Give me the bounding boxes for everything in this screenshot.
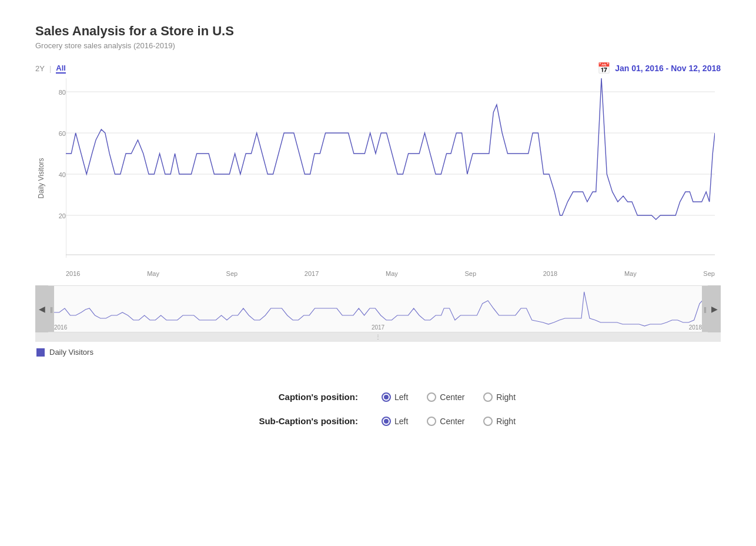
caption-center-radio[interactable] bbox=[427, 392, 436, 402]
subcaption-position-row: Sub-Caption's position: Left Center Righ… bbox=[240, 416, 516, 426]
mini-x-labels: 2016 2017 2018 bbox=[54, 324, 702, 331]
legend-label: Daily Visitors bbox=[49, 348, 93, 357]
caption-right-radio[interactable] bbox=[483, 392, 493, 402]
chart-header: 2Y | All 📅 Jan 01, 2016 - Nov 12, 2018 bbox=[35, 62, 721, 75]
mini-nav-container: ◀ ‖ ‖ 2016 2017 2018 bbox=[35, 285, 721, 332]
x-label-may1: May bbox=[147, 270, 159, 277]
caption-left-label: Left bbox=[394, 392, 408, 402]
caption-left-radio[interactable] bbox=[382, 392, 391, 402]
x-label-2016: 2016 bbox=[66, 270, 80, 277]
subcaption-center-option[interactable]: Center bbox=[427, 417, 464, 426]
controls-section: Caption's position: Left Center Right Su… bbox=[35, 392, 721, 426]
main-chart-wrapper: Daily Visitors 80 60 40 20 bbox=[35, 78, 721, 277]
x-label-sep3: Sep bbox=[703, 270, 715, 277]
main-chart-svg-container: 2016 May Sep 2017 May Sep 2018 May Sep bbox=[66, 78, 715, 277]
subcaption-left-label: Left bbox=[394, 417, 408, 426]
page-container: Sales Analysis for a Store in U.S Grocer… bbox=[0, 0, 756, 546]
date-range-display[interactable]: 📅 Jan 01, 2016 - Nov 12, 2018 bbox=[597, 62, 721, 75]
legend-color-box bbox=[36, 348, 45, 357]
x-label-2017: 2017 bbox=[305, 270, 319, 277]
subcaption-position-label: Sub-Caption's position: bbox=[240, 416, 358, 426]
subcaption-right-option[interactable]: Right bbox=[483, 417, 516, 426]
subcaption-left-radio[interactable] bbox=[382, 417, 391, 426]
scroll-center-handle[interactable]: ⋮ bbox=[375, 334, 381, 340]
subcaption-left-option[interactable]: Left bbox=[382, 417, 408, 426]
caption-center-label: Center bbox=[440, 392, 464, 402]
y-tick-40: 40 bbox=[59, 171, 66, 178]
y-tick-20: 20 bbox=[59, 212, 66, 219]
main-chart-svg bbox=[66, 78, 715, 267]
mini-left-handle[interactable]: ‖ bbox=[48, 286, 54, 332]
mini-x-2018: 2018 bbox=[689, 324, 702, 331]
x-label-2018: 2018 bbox=[543, 270, 557, 277]
x-label-sep2: Sep bbox=[464, 270, 476, 277]
caption-position-row: Caption's position: Left Center Right bbox=[240, 392, 516, 402]
mini-chart-section: ◀ ‖ ‖ 2016 2017 2018 bbox=[35, 285, 721, 342]
y-axis-label: Daily Visitors bbox=[37, 158, 45, 198]
chart-title: Sales Analysis for a Store in U.S bbox=[35, 24, 721, 39]
range-2y[interactable]: 2Y bbox=[35, 64, 45, 73]
x-label-sep1: Sep bbox=[226, 270, 238, 277]
y-tick-60: 60 bbox=[59, 130, 66, 137]
subcaption-center-label: Center bbox=[440, 417, 464, 426]
mini-right-arrow[interactable]: ▶ bbox=[708, 285, 721, 332]
y-tick-80: 80 bbox=[59, 89, 66, 96]
caption-right-label: Right bbox=[496, 392, 516, 402]
range-all[interactable]: All bbox=[56, 64, 66, 74]
mini-right-handle[interactable]: ‖ bbox=[702, 286, 708, 332]
range-selector: 2Y | All bbox=[35, 64, 66, 74]
legend: Daily Visitors bbox=[36, 348, 721, 357]
mini-chart-body: ‖ ‖ 2016 2017 2018 bbox=[48, 285, 708, 332]
x-label-may3: May bbox=[624, 270, 637, 277]
scrollbar-track[interactable]: ⋮ bbox=[35, 332, 721, 342]
caption-position-radio-group: Left Center Right bbox=[382, 392, 516, 402]
y-ticks-container: 80 60 40 20 bbox=[48, 78, 66, 267]
caption-position-label: Caption's position: bbox=[240, 392, 358, 402]
subcaption-right-radio[interactable] bbox=[483, 417, 493, 426]
mini-x-2017: 2017 bbox=[372, 324, 384, 331]
y-axis-label-container: Daily Visitors bbox=[35, 78, 47, 278]
caption-center-option[interactable]: Center bbox=[427, 392, 464, 402]
x-labels-main: 2016 May Sep 2017 May Sep 2018 May Sep bbox=[66, 270, 715, 277]
subcaption-center-radio[interactable] bbox=[427, 417, 436, 426]
caption-right-option[interactable]: Right bbox=[483, 392, 516, 402]
mini-x-2016: 2016 bbox=[54, 324, 67, 331]
caption-left-option[interactable]: Left bbox=[382, 392, 408, 402]
subcaption-right-label: Right bbox=[496, 417, 516, 426]
calendar-icon: 📅 bbox=[597, 62, 610, 75]
date-range-text: Jan 01, 2016 - Nov 12, 2018 bbox=[615, 64, 721, 73]
mini-left-arrow[interactable]: ◀ bbox=[35, 285, 48, 332]
x-label-may2: May bbox=[386, 270, 398, 277]
subcaption-position-radio-group: Left Center Right bbox=[382, 417, 516, 426]
chart-subtitle: Grocery store sales analysis (2016-2019) bbox=[35, 41, 721, 50]
